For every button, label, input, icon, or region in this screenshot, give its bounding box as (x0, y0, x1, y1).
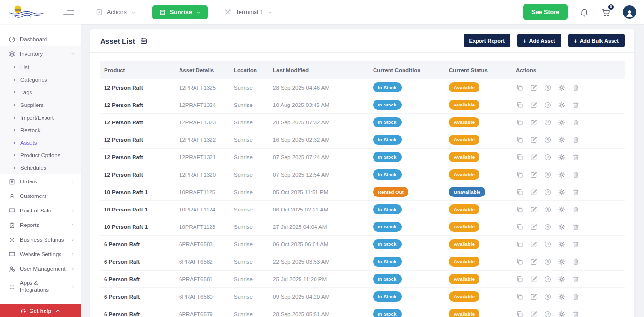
sidebar-item-suppliers[interactable]: Suppliers (0, 99, 81, 111)
delete-asset-button[interactable] (572, 241, 580, 248)
sidebar-item-website-settings[interactable]: Website Settings (0, 247, 81, 261)
rent-asset-button[interactable] (544, 223, 552, 231)
settings-asset-button[interactable] (558, 136, 566, 144)
cart-button[interactable]: 0 (601, 7, 611, 17)
duplicate-asset-button[interactable] (516, 293, 524, 301)
delete-asset-button[interactable] (572, 206, 580, 213)
edit-asset-button[interactable] (530, 136, 538, 144)
rent-asset-button[interactable] (544, 188, 552, 196)
edit-asset-button[interactable] (530, 188, 538, 196)
delete-asset-button[interactable] (572, 258, 580, 266)
delete-asset-button[interactable] (572, 171, 580, 179)
sidebar-item-restock[interactable]: Restock (0, 124, 81, 136)
duplicate-asset-button[interactable] (516, 119, 524, 126)
edit-asset-button[interactable] (530, 84, 538, 91)
duplicate-asset-button[interactable] (516, 101, 524, 109)
sidebar-item-assets[interactable]: Assets (0, 136, 81, 149)
sidebar-item-apps-integrations[interactable]: Apps & Integrations (0, 276, 81, 297)
rent-asset-button[interactable] (544, 206, 552, 213)
notifications-button[interactable] (579, 7, 589, 17)
settings-asset-button[interactable] (558, 101, 566, 109)
settings-asset-button[interactable] (558, 84, 566, 91)
settings-asset-button[interactable] (558, 206, 566, 213)
duplicate-asset-button[interactable] (516, 206, 524, 213)
sidebar-item-business-settings[interactable]: Business Settings (0, 232, 81, 247)
delete-asset-button[interactable] (572, 223, 580, 231)
settings-asset-button[interactable] (558, 223, 566, 231)
edit-asset-button[interactable] (530, 119, 538, 126)
rent-asset-button[interactable] (544, 293, 552, 301)
edit-asset-button[interactable] (530, 223, 538, 231)
duplicate-asset-button[interactable] (516, 310, 524, 317)
add-asset-button[interactable]: + Add Asset (517, 34, 561, 47)
sidebar-toggle-button[interactable] (63, 10, 74, 15)
edit-asset-button[interactable] (530, 241, 538, 248)
settings-asset-button[interactable] (558, 275, 566, 283)
edit-asset-button[interactable] (530, 275, 538, 283)
edit-asset-button[interactable] (530, 101, 538, 109)
settings-asset-button[interactable] (558, 153, 566, 161)
settings-asset-button[interactable] (558, 310, 566, 317)
settings-asset-button[interactable] (558, 171, 566, 179)
sidebar-item-customers[interactable]: Customers (0, 189, 81, 203)
terminal-selector-button[interactable]: Terminal 1 (221, 8, 276, 16)
rent-asset-button[interactable] (544, 101, 552, 109)
settings-asset-button[interactable] (558, 293, 566, 301)
date-filter-button[interactable] (140, 37, 148, 45)
brand-logo[interactable] (8, 4, 54, 20)
edit-asset-button[interactable] (530, 293, 538, 301)
sidebar-item-tags[interactable]: Tags (0, 86, 81, 99)
settings-asset-button[interactable] (558, 258, 566, 266)
duplicate-asset-button[interactable] (516, 188, 524, 196)
sidebar-item-user-management[interactable]: User Management (0, 261, 81, 276)
duplicate-asset-button[interactable] (516, 258, 524, 266)
rent-asset-button[interactable] (544, 136, 552, 144)
settings-asset-button[interactable] (558, 241, 566, 248)
get-help-button[interactable]: Get help (0, 304, 81, 317)
sidebar-item-inventory[interactable]: Inventory (0, 46, 81, 61)
sidebar-item-schedules[interactable]: Schedules (0, 162, 81, 174)
user-avatar[interactable] (623, 5, 636, 19)
rent-asset-button[interactable] (544, 119, 552, 126)
duplicate-asset-button[interactable] (516, 171, 524, 179)
edit-asset-button[interactable] (530, 310, 538, 317)
delete-asset-button[interactable] (572, 84, 580, 91)
delete-asset-button[interactable] (572, 310, 580, 317)
duplicate-asset-button[interactable] (516, 153, 524, 161)
rent-asset-button[interactable] (544, 310, 552, 317)
sidebar-item-categories[interactable]: Categories (0, 74, 81, 86)
delete-asset-button[interactable] (572, 101, 580, 109)
delete-asset-button[interactable] (572, 153, 580, 161)
actions-menu-button[interactable]: Actions (92, 8, 139, 16)
delete-asset-button[interactable] (572, 293, 580, 301)
sidebar-item-point-of-sale[interactable]: Point of Sale (0, 203, 81, 218)
rent-asset-button[interactable] (544, 258, 552, 266)
rent-asset-button[interactable] (544, 171, 552, 179)
rent-asset-button[interactable] (544, 153, 552, 161)
duplicate-asset-button[interactable] (516, 223, 524, 231)
store-selector-button[interactable]: Sunrise (152, 5, 208, 19)
export-report-button[interactable]: Export Report (464, 34, 510, 47)
sidebar-item-product-options[interactable]: Product Options (0, 149, 81, 162)
rent-asset-button[interactable] (544, 84, 552, 91)
duplicate-asset-button[interactable] (516, 136, 524, 144)
sidebar-item-import-export[interactable]: Import/Export (0, 111, 81, 124)
sidebar-item-list[interactable]: List (0, 61, 81, 74)
sidebar-item-orders[interactable]: Orders (0, 174, 81, 189)
duplicate-asset-button[interactable] (516, 84, 524, 91)
delete-asset-button[interactable] (572, 136, 580, 144)
edit-asset-button[interactable] (530, 206, 538, 213)
settings-asset-button[interactable] (558, 119, 566, 126)
delete-asset-button[interactable] (572, 188, 580, 196)
rent-asset-button[interactable] (544, 275, 552, 283)
sidebar-item-dashboard[interactable]: Dashboard (0, 32, 81, 46)
edit-asset-button[interactable] (530, 258, 538, 266)
sidebar-item-reports[interactable]: Reports (0, 218, 81, 232)
duplicate-asset-button[interactable] (516, 275, 524, 283)
edit-asset-button[interactable] (530, 153, 538, 161)
see-store-button[interactable]: See Store (523, 4, 568, 20)
add-bulk-asset-button[interactable]: + Add Bulk Asset (568, 34, 625, 47)
duplicate-asset-button[interactable] (516, 241, 524, 248)
settings-asset-button[interactable] (558, 188, 566, 196)
delete-asset-button[interactable] (572, 119, 580, 126)
